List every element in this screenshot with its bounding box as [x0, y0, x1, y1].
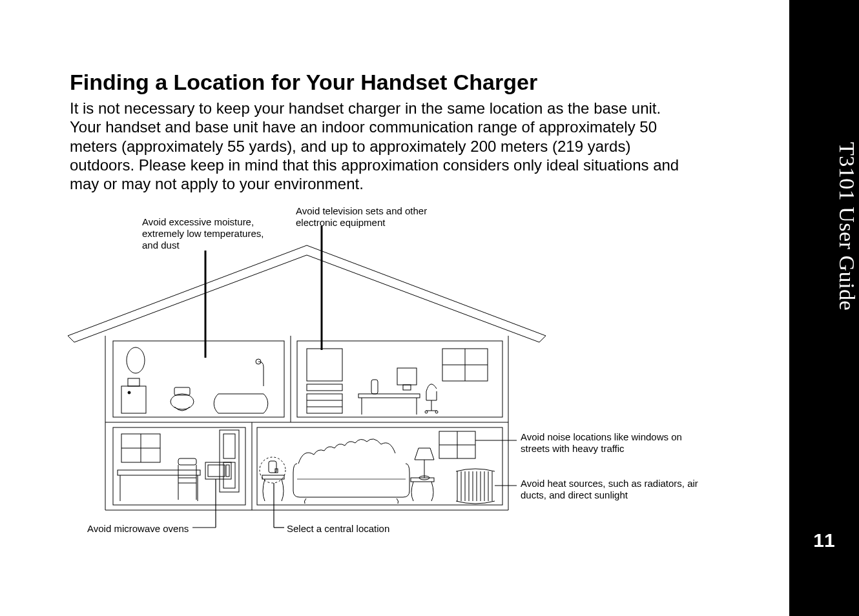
house-diagram: Avoid excessive moisture, extremely low … [65, 200, 710, 549]
svg-marker-0 [68, 245, 546, 342]
svg-rect-18 [307, 349, 342, 381]
sidebar: T3101 User Guide 11 [789, 0, 859, 616]
svg-rect-28 [371, 380, 378, 394]
svg-rect-26 [397, 368, 417, 385]
svg-rect-12 [121, 386, 146, 413]
svg-point-31 [425, 411, 428, 413]
svg-rect-50 [220, 430, 239, 492]
svg-rect-49 [226, 465, 229, 477]
svg-rect-8 [297, 341, 502, 417]
main-content: Finding a Location for Your Handset Char… [70, 70, 694, 193]
svg-rect-48 [208, 465, 225, 477]
svg-rect-19 [307, 384, 342, 391]
section-body: It is not necessary to keep your handset… [70, 99, 694, 193]
svg-point-11 [127, 347, 145, 373]
svg-rect-27 [403, 385, 411, 390]
svg-rect-64 [456, 470, 495, 501]
svg-rect-7 [113, 341, 284, 417]
svg-rect-51 [223, 434, 235, 458]
page-content-area: Finding a Location for Your Handset Char… [0, 0, 789, 616]
svg-point-16 [171, 394, 194, 409]
svg-rect-9 [113, 427, 245, 505]
house-svg [65, 200, 710, 549]
svg-rect-42 [178, 458, 196, 465]
page-number: 11 [789, 529, 859, 551]
svg-rect-13 [128, 378, 140, 386]
section-heading: Finding a Location for Your Handset Char… [70, 70, 694, 95]
svg-point-32 [435, 411, 438, 413]
svg-rect-39 [118, 470, 200, 475]
svg-point-14 [128, 391, 130, 394]
svg-rect-56 [262, 475, 284, 479]
sidebar-title: T3101 User Guide [789, 142, 859, 311]
svg-rect-23 [358, 394, 420, 398]
svg-rect-20 [307, 394, 342, 413]
